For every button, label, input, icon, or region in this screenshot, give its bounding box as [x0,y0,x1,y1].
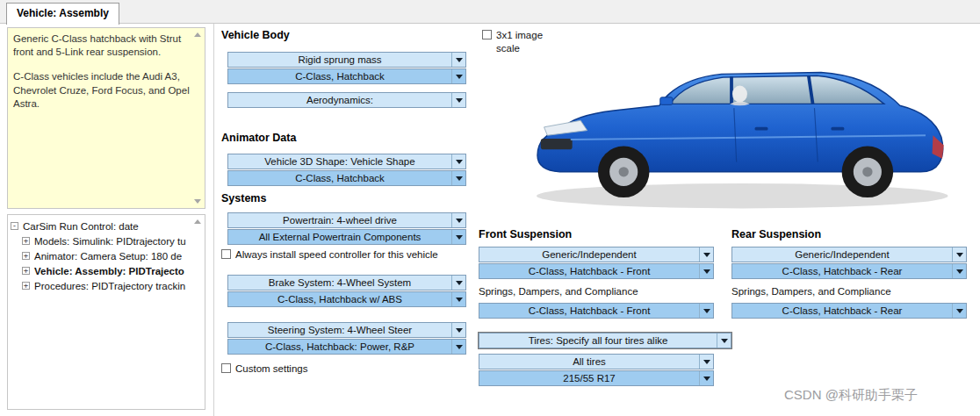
expand-icon[interactable]: + [22,267,30,275]
vehicle-image [522,25,970,225]
watermark-text: CSDN @科研助手栗子 [784,387,918,404]
dropdown-arrow-button[interactable] [451,230,465,244]
dropdown-arrow-button[interactable] [451,292,465,306]
dropdown-arrow-button[interactable] [717,334,731,348]
dropdown-arrow-button[interactable] [952,247,966,262]
brake-dataset-dropdown[interactable]: C-Class, Hatchback w/ ABS [227,291,466,307]
dropdown-arrow-button[interactable] [699,371,713,385]
dropdown-arrow-button[interactable] [952,264,966,278]
front-suspension-dataset-dropdown[interactable]: C-Class, Hatchback - Front [479,263,714,279]
chevron-down-icon [956,269,963,274]
dropdown-arrow-button[interactable] [451,340,465,354]
speed-controller-checkbox[interactable]: Always install speed controller for this… [221,248,476,262]
chevron-down-icon [456,176,463,181]
chevron-down-icon [456,75,463,79]
powertrain-dropdown[interactable]: Powertrain: 4-wheel drive [227,212,466,228]
panel-divider [213,24,214,416]
front-suspension-type-dropdown[interactable]: Generic/Independent [479,247,714,262]
scroll-down-arrow-icon[interactable] [194,199,201,204]
tires-group-dropdown[interactable]: All tires [479,354,714,369]
steering-system-dropdown[interactable]: Steering System: 4-Wheel Steer [227,322,466,338]
tire-size-dropdown[interactable]: 215/55 R17 [479,370,714,386]
checkbox-box[interactable] [221,363,231,373]
dropdown-arrow-button[interactable] [451,276,465,290]
chevron-down-icon [703,253,710,257]
powertrain-dataset-dropdown[interactable]: All External Powertrain Components [227,229,466,245]
dropdown-arrow-button[interactable] [451,53,465,67]
collapse-icon[interactable]: - [11,222,18,230]
chevron-down-icon [956,253,963,257]
checkbox-box[interactable] [221,249,231,259]
animator-data-heading: Animator Data [221,132,296,144]
scroll-up-arrow-icon[interactable] [194,219,201,224]
dropdown-arrow-button[interactable] [451,213,465,227]
dropdown-arrow-button[interactable] [451,154,465,169]
vehicle-assembly-screen: Vehicle: Assembly Generic C-Class hatchb… [0,0,980,416]
animator-dataset-dropdown[interactable]: C-Class, Hatchback [227,170,466,186]
chevron-down-icon [456,235,463,240]
dropdown-arrow-button[interactable] [699,304,713,318]
chevron-down-icon [456,298,463,302]
dropdown-arrow-button[interactable] [451,171,465,185]
systems-heading: Systems [221,192,266,204]
dropdown-arrow-button[interactable] [451,323,465,337]
front-springs-dataset-dropdown[interactable]: C-Class, Hatchback - Front [479,303,714,319]
expand-icon[interactable]: + [22,237,30,245]
dropdown-arrow-button[interactable] [952,304,966,318]
checkbox-box[interactable] [482,30,492,39]
dropdown-arrow-button[interactable] [451,69,465,83]
scroll-up-arrow-icon[interactable] [194,32,201,37]
tree-item-animator[interactable]: + Animator: Camera Setup: 180 de [11,248,203,263]
custom-settings-checkbox[interactable]: Custom settings [221,362,307,376]
rear-springs-dataset-dropdown[interactable]: C-Class, Hatchback - Rear [731,303,967,319]
notes-paragraph: C-Class vehicles include the Audi A3, Ch… [13,70,192,111]
chevron-down-icon [721,339,728,343]
chevron-down-icon [703,360,710,364]
chevron-down-icon [456,345,463,349]
steering-dataset-dropdown[interactable]: C-Class, Hatchback: Power, R&P [227,339,466,355]
aerodynamics-dropdown[interactable]: Aerodynamics: [227,92,466,108]
front-springs-label: Springs, Dampers, and Compliance [479,286,638,297]
expand-icon[interactable]: + [22,252,30,260]
tree-item-run-control[interactable]: - CarSim Run Control: date [11,219,203,233]
dropdown-arrow-button[interactable] [699,247,713,262]
dropdown-arrow-button[interactable] [699,264,713,278]
vehicle-body-heading: Vehicle Body [221,29,290,41]
rear-suspension-type-dropdown[interactable]: Generic/Independent [731,247,967,262]
rear-springs-label: Springs, Dampers, and Compliance [731,286,891,297]
vehicle-body-type-dropdown[interactable]: Rigid sprung mass [227,52,466,68]
chevron-down-icon [456,328,463,333]
brake-system-dropdown[interactable]: Brake System: 4-Wheel System [227,275,466,290]
rear-suspension-dataset-dropdown[interactable]: C-Class, Hatchback - Rear [731,263,967,279]
chevron-down-icon [456,58,463,62]
tab-vehicle-assembly[interactable]: Vehicle: Assembly [6,3,119,25]
chevron-down-icon [956,309,963,313]
dropdown-arrow-button[interactable] [699,355,713,369]
notes-panel[interactable]: Generic C-Class hatchback with Strut fro… [7,27,205,209]
chevron-down-icon [703,377,710,381]
notes-paragraph: Generic C-Class hatchback with Strut fro… [13,32,192,59]
chevron-down-icon [703,269,710,274]
chevron-down-icon [703,309,710,313]
chevron-down-icon [456,219,463,223]
expand-icon[interactable]: + [22,282,30,290]
tree-item-vehicle-assembly[interactable]: + Vehicle: Assembly: PIDTrajecto [11,263,203,278]
dropdown-arrow-button[interactable] [451,93,465,107]
chevron-down-icon [456,98,463,103]
chevron-down-icon [456,160,463,164]
tree-item-models[interactable]: + Models: Simulink: PIDtrajectory tu [11,233,203,248]
front-suspension-heading: Front Suspension [479,228,572,240]
tab-strip [0,0,980,24]
run-tree-panel: - CarSim Run Control: date + Models: Sim… [7,214,205,410]
rear-suspension-heading: Rear Suspension [731,228,821,240]
tires-type-dropdown[interactable]: Tires: Specify all four tires alike [479,333,731,348]
chevron-down-icon [456,281,463,285]
vehicle-body-dataset-dropdown[interactable]: C-Class, Hatchback [227,68,466,84]
animator-shape-dropdown[interactable]: Vehicle 3D Shape: Vehicle Shape [227,154,466,169]
tree-item-procedures[interactable]: + Procedures: PIDTrajectory trackin [11,278,203,293]
